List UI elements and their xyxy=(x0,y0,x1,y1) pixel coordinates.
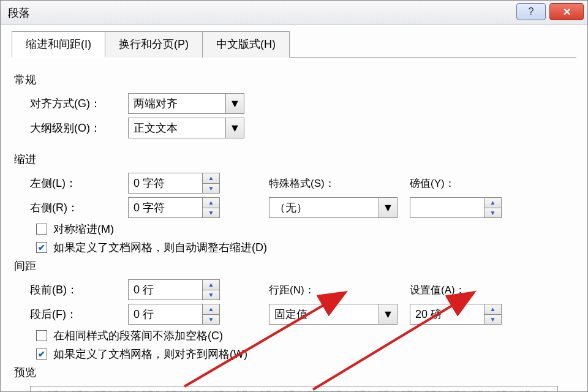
spinner-buttons[interactable]: ▲▼ xyxy=(484,198,501,217)
at-spinner[interactable]: 20 磅 ▲▼ xyxy=(410,304,502,325)
dropdown-arrow-icon: ▼ xyxy=(225,94,244,113)
preview-box: 前一段落 前一段落 前一段落 前一段落 前一段落 前一段落 前一段落 前一段落 … xyxy=(30,386,558,392)
space-after-value: 0 行 xyxy=(134,307,154,322)
space-before-label: 段前(B)： xyxy=(12,282,128,297)
outline-label: 大纲级别(O)： xyxy=(12,121,128,135)
spinner-buttons[interactable]: ▲▼ xyxy=(484,304,501,324)
spinner-buttons[interactable]: ▲▼ xyxy=(202,198,219,217)
space-after-spinner[interactable]: 0 行 ▲▼ xyxy=(128,304,220,325)
by-spinner[interactable]: ▲▼ xyxy=(410,197,502,218)
special-format-label: 特殊格式(S)： xyxy=(269,176,391,190)
auto-adjust-right-label: 如果定义了文档网格，则自动调整右缩进(D) xyxy=(53,240,267,255)
window-controls: ? ✕ xyxy=(516,3,584,20)
right-indent-value: 0 字符 xyxy=(134,200,165,215)
left-indent-value: 0 字符 xyxy=(134,176,165,190)
auto-adjust-right-checkbox[interactable] xyxy=(36,242,47,253)
spinner-buttons[interactable]: ▲▼ xyxy=(202,173,219,193)
tab-strip: 缩进和间距(I) 换行和分页(P) 中文版式(H) xyxy=(12,31,576,58)
window-title: 段落 xyxy=(8,6,30,20)
left-indent-spinner[interactable]: 0 字符 ▲▼ xyxy=(128,173,220,194)
tab-line-page[interactable]: 换行和分页(P) xyxy=(105,31,203,58)
by-label: 磅值(Y)： xyxy=(410,176,502,190)
spinner-buttons[interactable]: ▲▼ xyxy=(202,280,219,300)
alignment-label: 对齐方式(G)： xyxy=(12,96,128,111)
space-after-label: 段后(F)： xyxy=(12,307,128,322)
mirror-indent-checkbox[interactable] xyxy=(36,224,47,235)
spinner-buttons[interactable]: ▲▼ xyxy=(202,304,219,324)
line-spacing-select[interactable]: 固定值 ▼ xyxy=(269,304,398,325)
right-indent-spinner[interactable]: 0 字符 ▲▼ xyxy=(128,197,220,218)
dropdown-arrow-icon: ▼ xyxy=(225,118,244,138)
at-label: 设置值(A)： xyxy=(410,283,502,297)
at-value: 20 磅 xyxy=(415,307,442,322)
snap-grid-checkbox[interactable] xyxy=(36,349,47,360)
space-before-value: 0 行 xyxy=(134,282,154,297)
section-spacing: 间距 xyxy=(14,258,576,273)
section-preview: 预览 xyxy=(14,365,576,380)
no-space-same-style-label: 在相同样式的段落间不添加空格(C) xyxy=(53,328,223,343)
alignment-select[interactable]: 两端对齐 ▼ xyxy=(128,93,244,114)
snap-grid-label: 如果定义了文档网格，则对齐到网格(W) xyxy=(53,347,247,361)
dropdown-arrow-icon: ▼ xyxy=(379,198,397,217)
special-format-value: （无） xyxy=(274,200,307,215)
line-spacing-label: 行距(N)： xyxy=(269,283,391,297)
help-button[interactable]: ? xyxy=(516,3,546,20)
line-spacing-value: 固定值 xyxy=(274,307,307,322)
dropdown-arrow-icon: ▼ xyxy=(379,304,397,324)
mirror-indent-label: 对称缩进(M) xyxy=(53,222,114,236)
special-format-select[interactable]: （无） ▼ xyxy=(269,197,398,218)
close-button[interactable]: ✕ xyxy=(549,3,584,20)
space-before-spinner[interactable]: 0 行 ▲▼ xyxy=(128,279,220,300)
dialog-body: 缩进和间距(I) 换行和分页(P) 中文版式(H) 常规 对齐方式(G)： 两端… xyxy=(1,25,587,392)
paragraph-dialog: 段落 ? ✕ 缩进和间距(I) 换行和分页(P) 中文版式(H) 常规 对齐方式… xyxy=(0,0,588,392)
right-indent-label: 右侧(R)： xyxy=(12,200,128,215)
alignment-value: 两端对齐 xyxy=(134,96,178,111)
section-indent: 缩进 xyxy=(14,152,576,167)
tab-indent-spacing[interactable]: 缩进和间距(I) xyxy=(12,31,105,58)
outline-select[interactable]: 正文文本 ▼ xyxy=(128,118,244,138)
no-space-same-style-checkbox[interactable] xyxy=(36,330,47,341)
section-general: 常规 xyxy=(14,72,576,87)
tab-cjk-layout[interactable]: 中文版式(H) xyxy=(202,31,290,58)
left-indent-label: 左侧(L)： xyxy=(12,176,128,190)
titlebar: 段落 ? ✕ xyxy=(1,1,587,25)
outline-value: 正文文本 xyxy=(134,121,178,135)
tab-panel: 常规 对齐方式(G)： 两端对齐 ▼ 大纲级别(O)： 正文文本 ▼ 缩进 左侧… xyxy=(12,57,576,392)
